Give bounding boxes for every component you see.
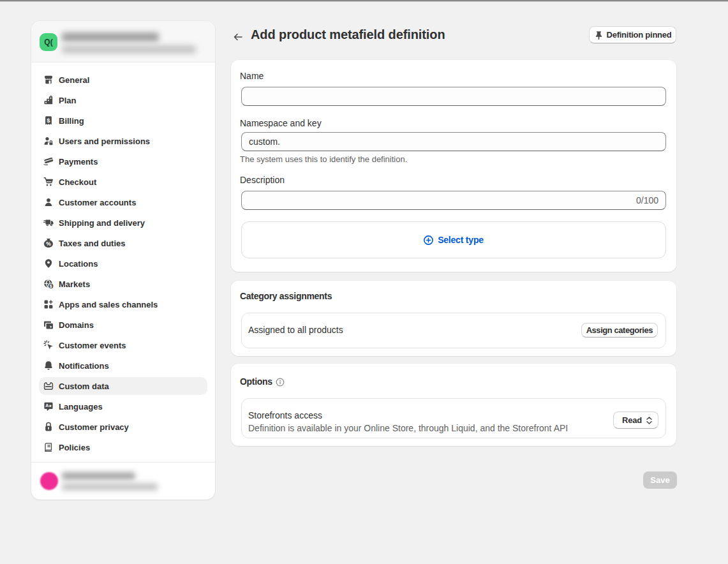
svg-text:★: ★ bbox=[48, 404, 52, 408]
svg-text:$: $ bbox=[50, 284, 52, 289]
svg-text:%: % bbox=[46, 241, 51, 247]
svg-text:$: $ bbox=[47, 117, 50, 124]
